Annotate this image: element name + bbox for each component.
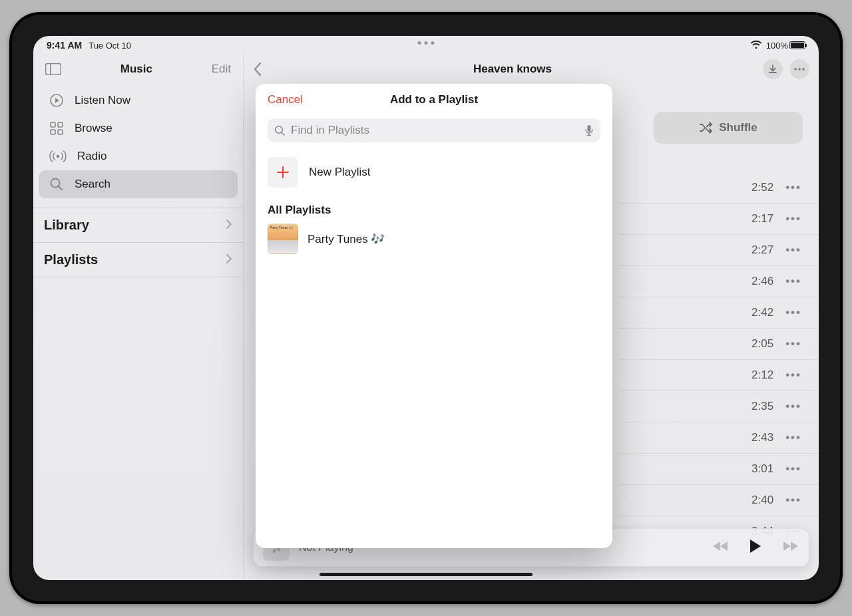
new-playlist-button[interactable]: New Playlist <box>268 157 600 188</box>
dictation-icon[interactable] <box>584 124 594 136</box>
search-icon <box>274 125 286 136</box>
home-indicator[interactable] <box>320 573 532 576</box>
new-playlist-label: New Playlist <box>309 166 371 179</box>
sheet-title: Add to a Playlist <box>390 93 478 106</box>
svg-line-14 <box>282 132 284 135</box>
all-playlists-header: All Playlists <box>268 204 600 217</box>
search-placeholder: Find in Playlists <box>291 124 579 137</box>
add-to-playlist-sheet: Cancel Add to a Playlist Find in Playlis… <box>256 84 612 548</box>
playlist-name: Party Tunes 🎶 <box>308 232 385 246</box>
svg-rect-15 <box>588 125 591 132</box>
plus-icon <box>268 157 298 188</box>
ipad-frame: 9:41 AM Tue Oct 10 100% Music <box>9 12 843 604</box>
cancel-button[interactable]: Cancel <box>268 93 303 106</box>
search-input[interactable]: Find in Playlists <box>268 118 600 142</box>
playlist-row[interactable]: Party Tunes 🎶 Party Tunes 🎶 <box>268 224 600 254</box>
screen: 9:41 AM Tue Oct 10 100% Music <box>33 36 819 580</box>
playlist-artwork: Party Tunes 🎶 <box>268 224 298 254</box>
